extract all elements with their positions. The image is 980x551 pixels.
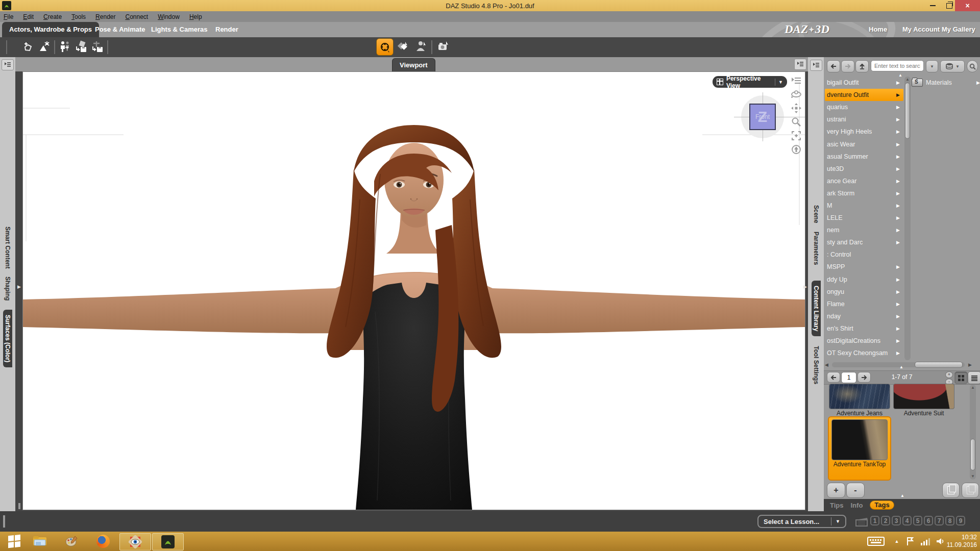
list-view-button[interactable] xyxy=(968,371,980,384)
content-folder-row[interactable]: very High Heels ▶ xyxy=(825,126,903,138)
expand-arrow-icon[interactable]: ▶ xyxy=(896,338,903,343)
remove-category-button[interactable]: - xyxy=(846,483,865,498)
node-selection-tool-button[interactable] xyxy=(395,38,411,55)
folder-list-scrollbar[interactable]: ▲ xyxy=(904,77,911,360)
pane-options-icon[interactable] xyxy=(810,60,822,71)
expand-arrow-icon[interactable]: ▶ xyxy=(896,80,903,85)
expand-arrow-icon[interactable]: ▶ xyxy=(896,117,903,122)
expand-arrow-icon[interactable]: ▶ xyxy=(896,314,903,319)
search-input[interactable] xyxy=(871,60,924,71)
lesson-number-button[interactable]: 9 xyxy=(956,516,965,525)
menu-render[interactable]: Render xyxy=(95,13,115,20)
menu-connect[interactable]: Connect xyxy=(125,13,148,20)
content-folder-row[interactable]: ance Gear ▶ xyxy=(825,175,903,187)
expand-arrow-icon[interactable]: ▶ xyxy=(896,302,903,307)
lesson-number-button[interactable]: 1 xyxy=(870,516,879,525)
content-folder-row[interactable]: en's Shirt ▶ xyxy=(825,322,903,335)
action-center-flag-icon[interactable] xyxy=(904,533,916,549)
tab-scene[interactable]: Scene xyxy=(813,205,820,223)
thumbnail-image[interactable] xyxy=(829,384,890,409)
content-folder-row[interactable]: dventure Outfit ▶ xyxy=(825,89,903,101)
lesson-dropdown[interactable]: Select a Lesson... ▼ xyxy=(757,515,846,528)
expand-arrow-icon[interactable]: ▶ xyxy=(896,154,903,159)
tab-render[interactable]: Render xyxy=(208,22,246,37)
content-folder-row[interactable]: : Control ▶ xyxy=(825,248,903,261)
volume-icon[interactable] xyxy=(934,533,946,549)
search-filter-dropdown-button[interactable]: ▼ xyxy=(926,60,938,72)
expand-arrow-icon[interactable]: ▶ xyxy=(896,142,903,147)
splitter-arrow-icon[interactable]: ▲ xyxy=(899,365,903,369)
expand-arrow-icon[interactable]: ▶ xyxy=(896,350,903,356)
content-folder-row[interactable]: ute3D ▶ xyxy=(825,163,903,175)
materials-folder-row[interactable]: S Materials ▶ xyxy=(912,77,980,89)
tab-smart-content[interactable]: Smart Content xyxy=(4,227,11,269)
load-figure-icon[interactable] xyxy=(57,39,72,55)
copy-content-button[interactable] xyxy=(942,483,960,498)
save-shaping-preset-icon[interactable] xyxy=(74,39,89,55)
zoom-in-button[interactable]: + xyxy=(945,371,953,378)
link-my-account[interactable]: My Account xyxy=(902,26,940,33)
scroll-up-icon[interactable]: ▲ xyxy=(905,78,910,82)
lesson-number-button[interactable]: 2 xyxy=(881,516,890,525)
expand-arrow-icon[interactable]: ▶ xyxy=(896,129,903,134)
pane-menu-icon[interactable] xyxy=(790,75,803,86)
nav-back-button[interactable] xyxy=(827,60,840,72)
lesson-number-button[interactable]: 7 xyxy=(935,516,944,525)
menu-edit[interactable]: Edit xyxy=(23,13,34,20)
scene-navigator-tool-button[interactable] xyxy=(376,38,394,56)
character-model[interactable] xyxy=(23,72,805,510)
thumbnail-image[interactable] xyxy=(893,384,954,409)
folder-list-hscrollbar[interactable]: ◀ ▶ xyxy=(825,361,972,368)
content-folder-row[interactable]: ostDigitalCreations ▶ xyxy=(825,335,903,347)
product-adventure-suit[interactable]: Adventure Suit xyxy=(893,384,954,417)
expand-arrow-icon[interactable]: ▶ xyxy=(896,326,903,331)
expand-arrow-icon[interactable]: ▶ xyxy=(896,228,903,233)
restore-button[interactable] xyxy=(943,0,955,11)
keyboard-tray-icon[interactable] xyxy=(865,533,887,549)
content-folder-row[interactable]: M ▶ xyxy=(825,199,903,212)
link-home[interactable]: Home xyxy=(869,26,887,33)
content-folder-row[interactable]: asual Summer ▶ xyxy=(825,151,903,163)
viewport-pane-options-icon[interactable] xyxy=(794,59,806,70)
daz-studio-taskbar-button[interactable] xyxy=(152,533,184,550)
content-folder-row[interactable]: asic Wear ▶ xyxy=(825,138,903,150)
lesson-number-button[interactable]: 4 xyxy=(902,516,912,525)
firefox-button[interactable] xyxy=(93,533,113,549)
lesson-number-button[interactable]: 6 xyxy=(924,516,933,525)
tab-info[interactable]: Info xyxy=(851,502,863,509)
content-folder-row[interactable]: LELE ▶ xyxy=(825,212,903,224)
camera-tool-button[interactable] xyxy=(435,38,452,55)
add-category-button[interactable]: + xyxy=(827,483,845,498)
expand-arrow-icon[interactable]: ▶ xyxy=(896,105,903,110)
timeline-handle[interactable] xyxy=(3,515,5,528)
product-adventure-tanktop-selected[interactable]: Adventure TankTop xyxy=(828,416,891,481)
search-button[interactable] xyxy=(967,60,978,72)
expand-arrow-icon[interactable]: ▶ xyxy=(896,166,903,171)
lesson-number-button[interactable]: 5 xyxy=(913,516,922,525)
link-my-gallery[interactable]: My Gallery xyxy=(942,26,975,33)
zoom-tool-icon[interactable] xyxy=(790,116,803,128)
menu-tools[interactable]: Tools xyxy=(71,13,86,20)
expand-arrow-icon[interactable]: ▶ xyxy=(896,179,903,184)
scroll-down-icon[interactable]: ▼ xyxy=(971,474,975,479)
menu-help[interactable]: Help xyxy=(189,13,202,20)
content-folder-row[interactable]: bigail Outfit ▶ xyxy=(825,77,903,89)
content-folder-row[interactable]: OT Sexy Cheongsam ▶ xyxy=(825,347,903,359)
tab-tips[interactable]: Tips xyxy=(830,502,844,509)
scroll-left-icon[interactable]: ◀ xyxy=(825,362,828,367)
start-button[interactable] xyxy=(4,533,24,549)
paint-button[interactable] xyxy=(61,533,82,549)
scrollbar-thumb[interactable] xyxy=(905,83,910,139)
nav-forward-button[interactable] xyxy=(841,60,854,72)
menu-create[interactable]: Create xyxy=(43,13,62,20)
network-signal-icon[interactable] xyxy=(919,533,932,549)
menu-window[interactable]: Window xyxy=(158,13,180,20)
database-button[interactable]: ▼ xyxy=(940,60,965,72)
thumbnails-scrollbar[interactable]: ▲ ▼ xyxy=(970,385,976,480)
close-button[interactable]: × xyxy=(955,0,980,11)
move-content-button[interactable] xyxy=(962,483,979,498)
minimize-button[interactable] xyxy=(922,0,943,11)
frame-tool-icon[interactable] xyxy=(790,130,803,141)
tab-lights-cameras[interactable]: Lights & Cameras xyxy=(144,22,215,37)
content-folder-row[interactable]: ustrani ▶ xyxy=(825,113,903,126)
